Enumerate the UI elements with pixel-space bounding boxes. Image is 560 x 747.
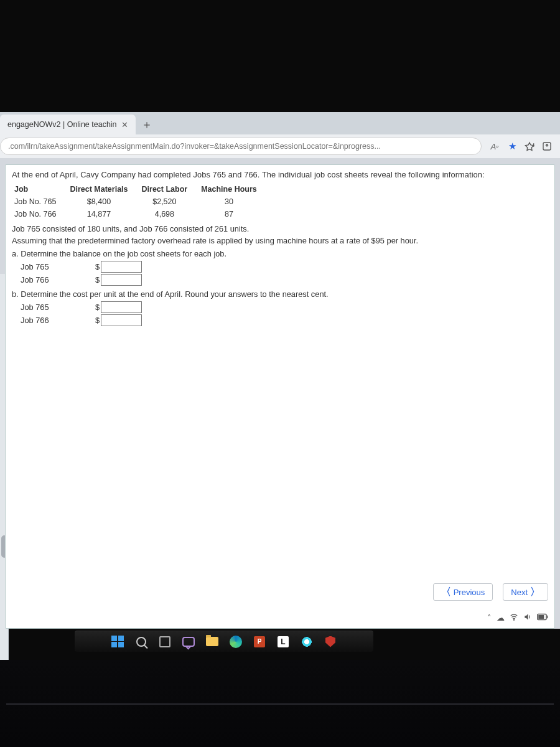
- chevron-up-icon[interactable]: ˄: [487, 613, 492, 622]
- browser-tab-strip: engageNOWv2 | Online teachin ✕ ＋: [0, 112, 560, 134]
- table-row: Job No. 766 14,877 4,698 87: [12, 208, 268, 220]
- chat-icon[interactable]: [181, 634, 196, 649]
- tab-title: engageNOWv2 | Online teachin: [7, 120, 116, 129]
- windows-taskbar: P L: [75, 631, 373, 652]
- collections-icon[interactable]: [524, 141, 535, 152]
- answer-row-a-765: Job 765 $: [21, 261, 548, 273]
- close-icon[interactable]: ✕: [121, 121, 128, 129]
- favorite-icon[interactable]: ★: [506, 141, 518, 152]
- wifi-icon[interactable]: [510, 613, 518, 623]
- keyboard-area: [0, 660, 560, 747]
- content-area: At the end of April, Cavy Company had co…: [0, 158, 560, 629]
- input-b-job765[interactable]: [101, 301, 142, 313]
- job-cost-table: Job Direct Materials Direct Labor Machin…: [12, 183, 268, 220]
- next-button[interactable]: Next 〉: [503, 583, 548, 601]
- units-text: Job 765 consisted of 180 units, and Job …: [12, 224, 548, 233]
- svg-point-4: [513, 619, 514, 620]
- start-icon[interactable]: [110, 634, 125, 649]
- url-text: .com/ilrn/takeAssignment/takeAssignmentM…: [8, 142, 381, 151]
- col-mh: Machine Hours: [198, 183, 268, 195]
- input-b-job766[interactable]: [101, 314, 142, 326]
- assumption-text: Assuming that the predetermined factory …: [12, 236, 548, 245]
- svg-rect-6: [547, 616, 548, 619]
- app-l-icon[interactable]: L: [276, 634, 291, 649]
- app-icon[interactable]: [541, 141, 553, 152]
- input-a-job765[interactable]: [101, 261, 142, 273]
- file-explorer-icon[interactable]: [205, 634, 220, 649]
- powerpoint-icon[interactable]: P: [252, 634, 267, 649]
- search-icon[interactable]: [134, 634, 149, 649]
- table-row: Job No. 765 $8,400 $2,520 30: [12, 195, 268, 208]
- previous-button[interactable]: 〈 Previous: [433, 583, 493, 601]
- edge-icon[interactable]: [228, 634, 243, 649]
- security-icon[interactable]: [323, 634, 338, 649]
- question-a: a. Determine the balance on the job cost…: [12, 249, 548, 258]
- answer-row-b-765: Job 765 $: [21, 301, 548, 313]
- col-dm: Direct Materials: [67, 183, 139, 195]
- volume-icon[interactable]: [523, 613, 532, 623]
- col-dl: Direct Labor: [139, 183, 199, 195]
- nav-buttons: 〈 Previous Next 〉: [433, 583, 548, 601]
- task-view-icon[interactable]: [157, 634, 172, 649]
- system-tray: ˄ ☁: [487, 613, 548, 623]
- address-bar[interactable]: .com/ilrn/takeAssignment/takeAssignmentM…: [0, 138, 482, 155]
- reader-mode-icon[interactable]: A»: [489, 141, 500, 152]
- chevron-left-icon: 〈: [441, 587, 451, 597]
- answer-row-b-766: Job 766 $: [21, 314, 548, 326]
- browser-toolbar: .com/ilrn/takeAssignment/takeAssignmentM…: [0, 134, 560, 158]
- toolbar-actions: A» ★: [485, 141, 556, 152]
- battery-icon[interactable]: [537, 613, 548, 622]
- cortana-icon[interactable]: [299, 634, 314, 649]
- chevron-right-icon: 〉: [530, 587, 540, 597]
- browser-tab[interactable]: engageNOWv2 | Online teachin ✕: [0, 115, 136, 134]
- input-a-job766[interactable]: [101, 274, 142, 286]
- svg-rect-7: [538, 615, 544, 619]
- question-b: b. Determine the cost per unit at the en…: [12, 289, 548, 299]
- new-tab-button[interactable]: ＋: [138, 116, 156, 133]
- cloud-icon[interactable]: ☁: [497, 613, 505, 622]
- svg-marker-0: [525, 143, 533, 151]
- assignment-page: At the end of April, Cavy Company had co…: [5, 164, 555, 629]
- col-job: Job: [12, 183, 67, 195]
- answer-row-a-766: Job 766 $: [21, 274, 548, 286]
- problem-intro: At the end of April, Cavy Company had co…: [12, 170, 548, 179]
